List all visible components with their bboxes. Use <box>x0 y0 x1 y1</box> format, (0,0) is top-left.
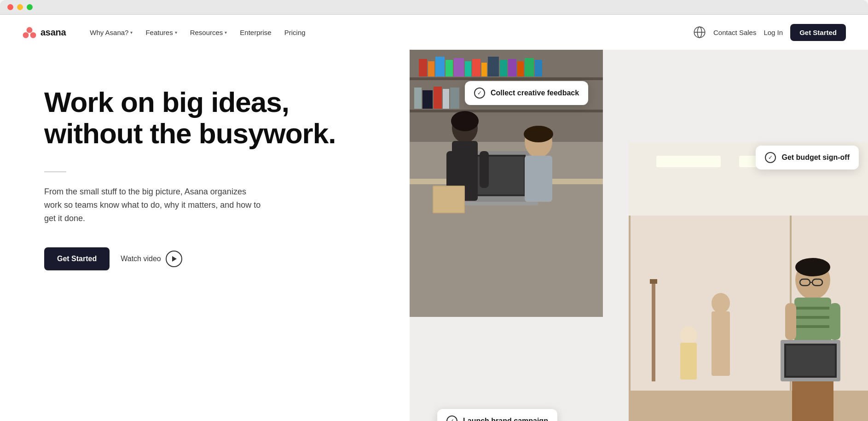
svg-rect-8 <box>410 77 603 80</box>
launch-campaign-card: ✓ Launch brand campaign <box>437 409 557 421</box>
hero-get-started-button[interactable]: Get Started <box>44 247 110 270</box>
watch-video-button[interactable]: Watch video <box>121 251 182 267</box>
nav-right-actions: Contact Sales Log In Get Started <box>693 24 846 41</box>
svg-rect-27 <box>443 89 449 109</box>
hero-buttons: Get Started Watch video <box>44 247 388 270</box>
svg-rect-37 <box>480 151 489 188</box>
close-button[interactable] <box>7 4 13 10</box>
window-chrome <box>0 0 868 15</box>
svg-rect-17 <box>481 63 487 76</box>
svg-rect-46 <box>656 156 721 167</box>
hero-title: Work on big ideas, without the busywork. <box>44 87 388 149</box>
nav-get-started-button[interactable]: Get Started <box>790 24 846 41</box>
nav-links: Why Asana? ▾ Features ▾ Resources ▾ Ente… <box>84 25 693 40</box>
svg-rect-25 <box>422 90 433 109</box>
svg-rect-62 <box>794 325 831 328</box>
check-icon: ✓ <box>765 152 776 163</box>
svg-rect-64 <box>829 303 840 340</box>
svg-point-1 <box>23 32 29 38</box>
svg-point-0 <box>27 27 33 33</box>
svg-rect-43 <box>434 187 464 212</box>
hero-divider <box>44 171 66 172</box>
svg-rect-10 <box>419 59 427 76</box>
globe-icon[interactable] <box>693 26 706 39</box>
hero-subtitle: From the small stuff to the big picture,… <box>44 185 265 225</box>
minimize-button[interactable] <box>17 4 23 10</box>
svg-point-2 <box>30 32 36 38</box>
svg-rect-15 <box>465 61 471 76</box>
svg-rect-13 <box>446 60 453 76</box>
nav-features[interactable]: Features ▾ <box>140 25 182 40</box>
budget-signoff-card: ✓ Get budget sign-off <box>756 146 859 170</box>
nav-why-asana[interactable]: Why Asana? ▾ <box>84 25 138 40</box>
svg-rect-11 <box>428 61 434 76</box>
svg-rect-72 <box>650 279 657 284</box>
svg-point-55 <box>795 258 830 276</box>
maximize-button[interactable] <box>27 4 33 10</box>
svg-rect-71 <box>652 280 655 381</box>
check-icon: ✓ <box>446 415 457 421</box>
svg-rect-51 <box>629 216 631 391</box>
svg-point-69 <box>680 326 697 345</box>
svg-rect-60 <box>794 307 831 310</box>
svg-rect-53 <box>712 311 730 376</box>
login-link[interactable]: Log In <box>764 29 783 36</box>
check-icon: ✓ <box>474 88 485 99</box>
contact-sales-link[interactable]: Contact Sales <box>713 29 756 36</box>
svg-rect-61 <box>794 316 831 319</box>
collect-feedback-card: ✓ Collect creative feedback <box>465 81 588 105</box>
svg-rect-12 <box>435 57 445 76</box>
svg-rect-14 <box>454 58 464 76</box>
chevron-down-icon: ▾ <box>225 30 227 35</box>
svg-rect-70 <box>680 343 697 380</box>
svg-rect-28 <box>450 88 459 109</box>
svg-rect-68 <box>786 345 835 376</box>
svg-rect-23 <box>535 60 542 76</box>
svg-point-38 <box>451 111 479 131</box>
hero-content: Work on big ideas, without the busywork.… <box>0 50 410 421</box>
logo-link[interactable]: asana <box>22 25 66 40</box>
svg-rect-40 <box>525 156 552 202</box>
nav-pricing[interactable]: Pricing <box>279 25 311 40</box>
hero-photo-right <box>629 142 868 421</box>
svg-rect-19 <box>500 60 507 76</box>
chevron-down-icon: ▾ <box>175 30 177 35</box>
task-card-label: Collect creative feedback <box>491 89 579 97</box>
task-card-label: Launch brand campaign <box>463 417 548 421</box>
hero-image-section: ✓ Collect creative feedback ✓ Get budget… <box>410 50 868 421</box>
chevron-down-icon: ▾ <box>130 30 133 35</box>
svg-rect-20 <box>508 59 516 76</box>
svg-point-52 <box>712 293 730 313</box>
task-card-label: Get budget sign-off <box>781 153 850 162</box>
svg-rect-18 <box>488 57 499 76</box>
main-navigation: asana Why Asana? ▾ Features ▾ Resources … <box>0 15 868 50</box>
page-body: Work on big ideas, without the busywork.… <box>0 50 868 421</box>
hero-section: Work on big ideas, without the busywork.… <box>0 50 410 421</box>
play-triangle <box>172 256 177 262</box>
svg-rect-16 <box>472 59 480 76</box>
svg-rect-24 <box>414 88 422 109</box>
svg-point-41 <box>524 126 553 142</box>
office-illustration <box>629 142 868 421</box>
nav-resources[interactable]: Resources ▾ <box>185 25 233 40</box>
svg-rect-21 <box>517 61 524 76</box>
play-icon <box>166 251 182 267</box>
logo-text: asana <box>41 27 66 38</box>
svg-rect-22 <box>525 58 534 76</box>
asana-logo-icon <box>22 25 37 40</box>
svg-rect-63 <box>785 303 796 340</box>
nav-enterprise[interactable]: Enterprise <box>234 25 277 40</box>
svg-rect-26 <box>434 87 442 109</box>
svg-rect-9 <box>410 110 603 112</box>
